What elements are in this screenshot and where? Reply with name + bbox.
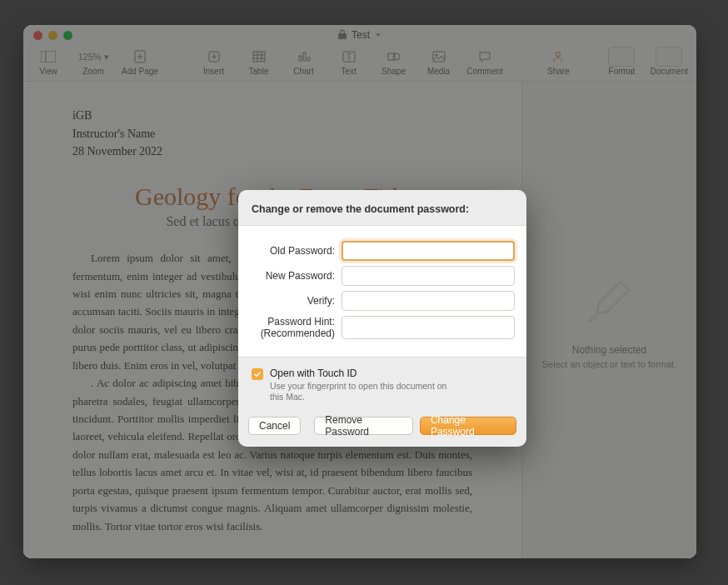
touch-id-checkbox[interactable]	[252, 368, 263, 380]
verify-password-label: Verify:	[250, 295, 335, 307]
verify-password-input[interactable]	[342, 291, 515, 311]
old-password-label: Old Password:	[250, 245, 335, 257]
password-dialog: Change or remove the document password: …	[238, 190, 526, 447]
remove-password-button[interactable]: Remove Password	[314, 417, 413, 435]
touch-id-sub: Use your fingerprint to open this docume…	[270, 381, 461, 403]
touch-id-label: Open with Touch ID	[270, 368, 461, 379]
dialog-buttons: Cancel Remove Password Change Password	[238, 407, 526, 447]
old-password-input[interactable]	[342, 241, 515, 261]
password-hint-label: Password Hint: (Recommended)	[250, 316, 335, 340]
dialog-form: Old Password: New Password: Verify: Pass…	[238, 225, 526, 358]
dialog-heading: Change or remove the document password:	[238, 190, 526, 220]
change-password-button[interactable]: Change Password	[420, 417, 516, 435]
new-password-label: New Password:	[250, 270, 335, 282]
new-password-input[interactable]	[342, 266, 515, 286]
touch-id-row: Open with Touch ID Use your fingerprint …	[238, 358, 526, 407]
password-hint-input[interactable]	[342, 316, 515, 339]
app-window: Test View 125% ▾ Zoom Add Page	[23, 25, 696, 558]
cancel-button[interactable]: Cancel	[248, 417, 301, 435]
